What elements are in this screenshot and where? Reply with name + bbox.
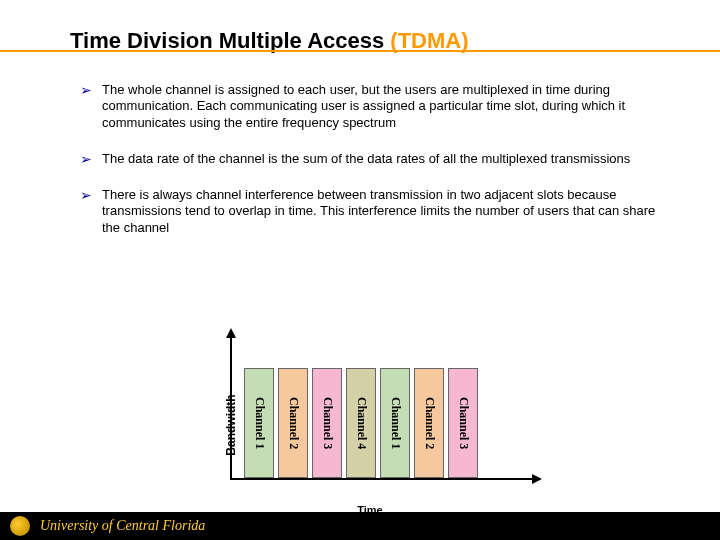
x-axis-line [230, 478, 536, 480]
slide: Time Division Multiple Access (TDMA) The… [0, 0, 720, 540]
bar-label: Channel 4 [354, 397, 369, 449]
bar-label: Channel 3 [456, 397, 471, 449]
bullet-item: There is always channel interference bet… [80, 187, 660, 236]
x-axis-arrow-icon [532, 474, 542, 484]
bar-channel: Channel 4 [346, 368, 376, 478]
bar-channel: Channel 1 [244, 368, 274, 478]
bar-label: Channel 1 [388, 397, 403, 449]
y-axis-line [230, 334, 232, 480]
bullet-item: The whole channel is assigned to each us… [80, 82, 660, 131]
bullet-item: The data rate of the channel is the sum … [80, 151, 660, 167]
ucf-logo-icon [10, 516, 30, 536]
bullet-list: The whole channel is assigned to each us… [80, 82, 660, 236]
title-underline [0, 50, 720, 52]
footer-text: University of Central Florida [40, 518, 205, 534]
chart-axes: Channel 1 Channel 2 Channel 3 Channel 4 … [230, 340, 530, 480]
y-axis-arrow-icon [226, 328, 236, 338]
chart-bars: Channel 1 Channel 2 Channel 3 Channel 4 … [244, 368, 478, 478]
bar-channel: Channel 3 [448, 368, 478, 478]
bar-label: Channel 2 [286, 397, 301, 449]
bar-label: Channel 1 [252, 397, 267, 449]
bar-label: Channel 2 [422, 397, 437, 449]
bar-label: Channel 3 [320, 397, 335, 449]
bar-channel: Channel 1 [380, 368, 410, 478]
footer-bar: University of Central Florida [0, 512, 720, 540]
bar-channel: Channel 3 [312, 368, 342, 478]
bar-channel: Channel 2 [414, 368, 444, 478]
tdma-chart: Bandwidth Channel 1 Channel 2 Channel 3 … [200, 340, 540, 510]
bar-channel: Channel 2 [278, 368, 308, 478]
